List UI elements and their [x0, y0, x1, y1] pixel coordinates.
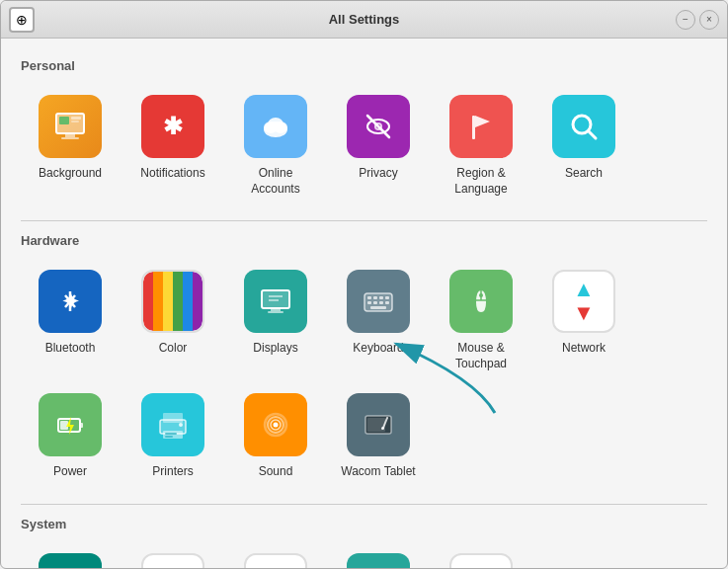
stripe-orange [153, 272, 163, 331]
region-svg [462, 108, 500, 145]
wacom-tablet-label: Wacom Tablet [341, 464, 415, 480]
svg-rect-5 [71, 117, 81, 120]
settings-window: ⊕ All Settings − × Personal [0, 0, 728, 569]
bluetooth-item[interactable]: ✦ Bluetooth [21, 260, 120, 379]
users-icon [449, 553, 513, 568]
svg-rect-24 [271, 308, 281, 311]
close-button[interactable]: × [699, 10, 719, 30]
network-item[interactable]: ▲ ▼ Network [534, 260, 633, 379]
svg-point-50 [179, 423, 183, 427]
bluetooth-label: Bluetooth [45, 341, 96, 357]
online-accounts-item[interactable]: Online Accounts [226, 85, 325, 204]
sound-svg [257, 406, 294, 444]
background-icon [39, 95, 102, 158]
svg-rect-4 [59, 117, 69, 124]
online-accounts-label: Online Accounts [234, 166, 317, 197]
keyboard-svg [360, 283, 397, 320]
minimize-button[interactable]: − [676, 10, 695, 30]
svg-text:✱: ✱ [163, 113, 183, 139]
svg-line-19 [589, 131, 596, 138]
svg-rect-33 [367, 301, 371, 304]
privacy-icon [347, 95, 410, 158]
keyboard-item[interactable]: Keyboard [329, 260, 428, 379]
svg-point-54 [274, 423, 279, 428]
svg-rect-31 [379, 296, 383, 299]
notifications-icon: ✱ [141, 95, 204, 158]
titlebar-icon: ⊕ [9, 7, 35, 33]
displays-item[interactable]: Displays [226, 260, 325, 379]
date-time-item[interactable]: Date & Time [21, 543, 120, 568]
background-svg [51, 108, 89, 145]
stripe-red [143, 272, 153, 331]
hardware-grid: ✦ Bluetooth [21, 260, 707, 488]
search-icon [552, 95, 615, 158]
universal-access-icon [347, 553, 410, 568]
hardware-system-divider [21, 504, 707, 505]
svg-rect-36 [385, 301, 389, 304]
details-item[interactable]: i Details [123, 543, 222, 568]
svg-rect-30 [373, 296, 377, 299]
keyboard-icon [347, 270, 410, 333]
power-label: Power [53, 464, 87, 480]
svg-point-40 [479, 293, 483, 297]
sound-icon [244, 393, 307, 456]
stripe-green [173, 272, 183, 331]
power-item[interactable]: Power [21, 383, 120, 488]
search-item[interactable]: Search [534, 85, 633, 204]
wacom-icon [347, 393, 410, 456]
users-svg [462, 566, 500, 568]
svg-marker-17 [475, 116, 490, 127]
window-title: All Settings [329, 12, 400, 27]
svg-rect-1 [65, 133, 75, 137]
printers-svg [154, 406, 192, 444]
date-time-icon [39, 553, 102, 568]
stripe-purple [193, 272, 202, 331]
universal-access-item[interactable]: Universal Access [329, 543, 428, 568]
background-item[interactable]: Background [21, 85, 120, 204]
keyboard-label: Keyboard [353, 341, 403, 357]
color-stripes [143, 272, 202, 331]
displays-icon [244, 270, 307, 333]
system-section-label: System [21, 517, 707, 531]
wacom-tablet-item[interactable]: Wacom Tablet [329, 383, 428, 488]
svg-rect-25 [268, 311, 283, 313]
printers-icon [141, 393, 204, 456]
displays-svg [257, 283, 294, 320]
arrow-down-icon: ▼ [573, 302, 595, 324]
notifications-item[interactable]: ✱ Notifications [123, 85, 222, 204]
displays-label: Displays [253, 341, 297, 357]
users-item[interactable]: Users [432, 543, 530, 568]
background-label: Background [39, 166, 102, 182]
svg-rect-16 [472, 116, 475, 139]
svg-rect-29 [367, 296, 371, 299]
svg-rect-6 [71, 121, 79, 122]
region-icon [449, 95, 513, 158]
personal-hardware-divider [21, 220, 707, 221]
region-language-item[interactable]: Region & Language [432, 85, 530, 204]
privacy-label: Privacy [359, 166, 397, 182]
compass-icon: ⊕ [9, 7, 35, 33]
wacom-svg [360, 406, 397, 444]
mouse-touchpad-item[interactable]: Mouse & Touchpad [432, 260, 530, 379]
svg-point-58 [381, 427, 384, 430]
svg-rect-35 [379, 301, 383, 304]
color-label: Color [159, 341, 188, 357]
power-icon [39, 393, 102, 456]
stripe-yellow [163, 272, 173, 331]
sharing-icon [244, 553, 307, 568]
sound-item[interactable]: Sound [226, 383, 325, 488]
bluetooth-icon: ✦ [39, 270, 102, 333]
sharing-item[interactable]: Sharing [226, 543, 325, 568]
search-svg [565, 108, 603, 145]
window-controls: − × [676, 10, 719, 30]
color-item[interactable]: Color [123, 260, 222, 379]
settings-content: Personal Background [1, 39, 727, 568]
mouse-svg [462, 283, 500, 320]
svg-rect-37 [370, 306, 386, 309]
privacy-item[interactable]: Privacy [329, 85, 428, 204]
color-icon [141, 270, 204, 333]
printers-item[interactable]: Printers [123, 383, 222, 488]
notifications-svg: ✱ [154, 108, 192, 145]
search-label: Search [565, 166, 603, 182]
stripe-blue [183, 272, 193, 331]
